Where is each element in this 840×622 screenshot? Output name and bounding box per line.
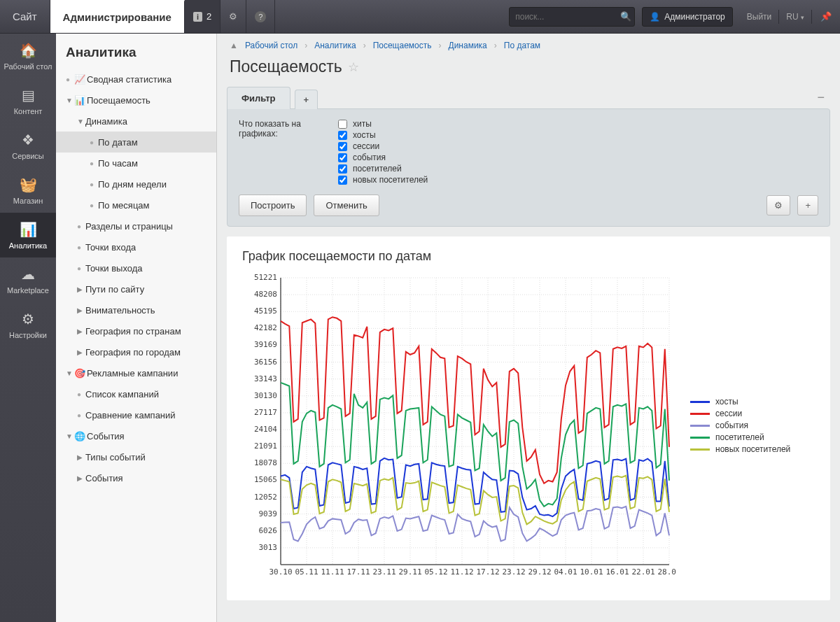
cancel-button[interactable]: Отменить (314, 195, 379, 216)
build-button[interactable]: Построить (239, 195, 307, 216)
tab-filter[interactable]: Фильтр (227, 87, 290, 109)
crumb-4[interactable]: По датам (504, 41, 540, 50)
help-button[interactable]: ? (246, 0, 275, 33)
svg-text:33143: 33143 (254, 374, 277, 383)
notifications-button[interactable]: i 2 (185, 0, 220, 33)
chk-new-visitors[interactable]: новых посетителей (338, 175, 428, 185)
home-icon: 🏠 (20, 41, 37, 59)
basket-icon: 🧺 (20, 176, 37, 194)
legend-events: события (690, 420, 790, 430)
tree-attention[interactable]: ▶Внимательность (56, 299, 216, 320)
arrow-right-icon: ▶ (77, 474, 85, 482)
svg-text:29.12: 29.12 (528, 567, 551, 577)
tree-paths[interactable]: ▶Пути по сайту (56, 278, 216, 299)
svg-text:16.01: 16.01 (606, 567, 629, 577)
logout-link[interactable]: Выйти (740, 12, 779, 22)
arrow-right-icon: ▶ (77, 348, 85, 356)
tree-ev-types[interactable]: ▶Типы событий (56, 446, 216, 467)
svg-text:15065: 15065 (254, 475, 277, 484)
rail-desktop[interactable]: 🏠Рабочий стол (0, 34, 56, 78)
search-box[interactable]: 🔍 (509, 7, 635, 27)
tree-entry[interactable]: ●Точки входа (56, 236, 216, 257)
rail-shop[interactable]: 🧺Магазин (0, 168, 56, 213)
rail-analytics[interactable]: 📊Аналитика (0, 213, 56, 257)
chart-icon: 📊 (20, 220, 37, 239)
tree-ev-list[interactable]: ▶События (56, 467, 216, 488)
tree-adv[interactable]: ▼🎯Рекламные кампании (56, 362, 216, 383)
tree-by-weekdays[interactable]: ●По дням недели (56, 174, 216, 195)
search-icon[interactable]: 🔍 (620, 11, 631, 22)
svg-text:17.12: 17.12 (476, 567, 499, 577)
svg-text:29.11: 29.11 (398, 567, 421, 577)
svg-text:48208: 48208 (254, 290, 277, 299)
filter-panel: Фильтр + − Что показать на графиках: хит… (227, 86, 830, 227)
tree-adv-cmp[interactable]: ●Сравнение кампаний (56, 404, 216, 425)
tree-summary[interactable]: ●📈Сводная статистика (56, 69, 216, 90)
svg-text:05.11: 05.11 (295, 567, 318, 577)
minus-icon: − (817, 90, 825, 104)
svg-text:30130: 30130 (254, 391, 277, 400)
chk-sessions[interactable]: сессии (338, 141, 428, 151)
breadcrumb-up[interactable]: ▲ (230, 41, 238, 50)
filter-add-button[interactable]: + (797, 195, 818, 215)
tree-by-months[interactable]: ●По месяцам (56, 195, 216, 215)
tree-geo-city[interactable]: ▶География по городам (56, 341, 216, 362)
svg-text:18078: 18078 (254, 458, 277, 467)
user-icon: 👤 (650, 12, 660, 22)
tree-by-dates[interactable]: ●По датам (56, 132, 216, 153)
settings-top-button[interactable]: ⚙ (220, 0, 246, 33)
rail-marketplace[interactable]: ☁Marketplace (0, 257, 56, 302)
page-title: Посещаемость ☆ (217, 55, 840, 86)
tree-geo-country[interactable]: ▶География по странам (56, 320, 216, 341)
tree-dynamics[interactable]: ▼Динамика (56, 111, 216, 132)
top-bar: Сайт Администрирование i 2 ⚙ ? 🔍 👤 Админ… (0, 0, 840, 34)
notif-count: 2 (206, 11, 211, 22)
arrow-right-icon: ▶ (77, 306, 85, 314)
tree-adv-list[interactable]: ●Список кампаний (56, 383, 216, 404)
plus-icon: + (805, 200, 811, 211)
tree-by-hours[interactable]: ●По часам (56, 153, 216, 174)
pin-button[interactable]: 📌 (812, 11, 840, 22)
svg-text:6026: 6026 (259, 526, 278, 535)
tab-site[interactable]: Сайт (0, 0, 50, 33)
tree-events[interactable]: ▼🌐События (56, 425, 216, 446)
globe-icon: 🌐 (74, 431, 87, 441)
chart-card: График посещаемости по датам 30136026903… (227, 236, 830, 600)
chk-events[interactable]: события (338, 153, 428, 162)
chk-hosts[interactable]: хосты (338, 130, 428, 140)
help-icon: ? (255, 11, 266, 22)
user-menu[interactable]: 👤 Администратор (642, 7, 733, 27)
gear-icon: ⚙ (22, 310, 34, 328)
tree-visits[interactable]: ▼📊Посещаемость (56, 90, 216, 111)
svg-text:22.01: 22.01 (631, 567, 654, 577)
tree-sections[interactable]: ●Разделы и страницы (56, 215, 216, 236)
search-input[interactable] (515, 12, 620, 22)
svg-text:45195: 45195 (254, 306, 277, 316)
svg-text:05.12: 05.12 (424, 567, 447, 577)
arrow-down-icon: ▼ (66, 97, 74, 104)
rail-content[interactable]: ▤Контент (0, 78, 56, 123)
tree-exit[interactable]: ●Точки выхода (56, 257, 216, 278)
filter-settings-button[interactable]: ⚙ (766, 195, 790, 215)
main-area: ▲ Рабочий стол› Аналитика› Посещаемость›… (217, 34, 840, 622)
chk-hits[interactable]: хиты (338, 119, 428, 129)
lang-switch[interactable]: RU ▾ (779, 12, 811, 22)
plus-icon: + (304, 94, 309, 105)
rail-settings[interactable]: ⚙Настройки (0, 302, 56, 347)
crumb-0[interactable]: Рабочий стол (245, 41, 298, 50)
svg-text:21091: 21091 (254, 441, 277, 451)
crumb-1[interactable]: Аналитика (314, 41, 356, 50)
favorite-star-icon[interactable]: ☆ (348, 59, 359, 75)
tab-admin[interactable]: Администрирование (50, 0, 185, 33)
svg-text:30.10: 30.10 (269, 567, 292, 577)
crumb-3[interactable]: Динамика (449, 41, 487, 50)
svg-text:10.01: 10.01 (580, 567, 603, 577)
tab-add-button[interactable]: + (295, 90, 318, 109)
filter-collapse[interactable]: − (817, 90, 830, 105)
gear-icon: ⚙ (229, 11, 237, 22)
svg-text:3013: 3013 (259, 543, 278, 552)
chk-visitors[interactable]: посетителей (338, 164, 428, 174)
cloud-icon: ☁ (21, 265, 35, 283)
crumb-2[interactable]: Посещаемость (373, 41, 432, 50)
rail-services[interactable]: ❖Сервисы (0, 123, 56, 168)
